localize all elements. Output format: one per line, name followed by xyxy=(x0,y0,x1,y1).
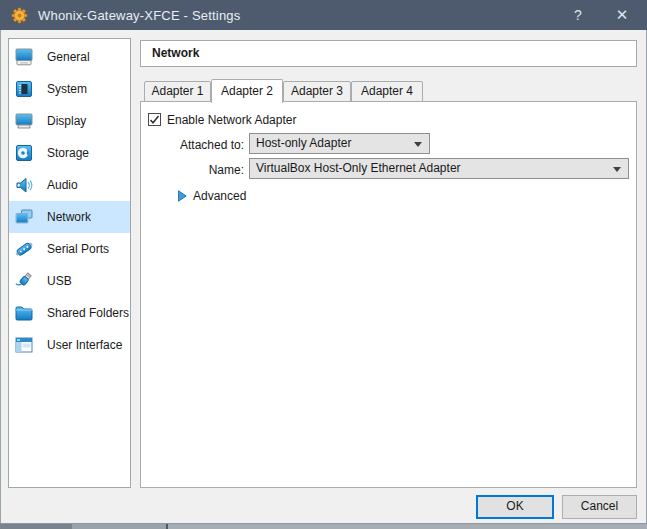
chevron-down-icon xyxy=(613,167,621,172)
sidebar-item-label: User Interface xyxy=(47,338,122,352)
attached-to-value: Host-only Adapter xyxy=(256,136,351,150)
sidebar-item-audio[interactable]: Audio xyxy=(9,169,130,201)
chevron-down-icon xyxy=(414,142,422,147)
adapter-name-value: VirtualBox Host-Only Ethernet Adapter xyxy=(256,161,461,175)
sidebar-item-label: Display xyxy=(47,114,86,128)
sidebar-item-label: Network xyxy=(47,210,91,224)
sidebar-item-label: Audio xyxy=(47,178,78,192)
usb-icon xyxy=(14,271,34,291)
network-icon xyxy=(14,207,34,227)
window-bottom-edge xyxy=(0,523,647,529)
system-icon xyxy=(14,79,34,99)
user-interface-icon xyxy=(14,335,34,355)
storage-icon xyxy=(14,143,34,163)
shared-folders-icon xyxy=(14,303,34,323)
adapter-name-dropdown[interactable]: VirtualBox Host-Only Ethernet Adapter xyxy=(249,158,629,179)
background-segment xyxy=(72,524,166,529)
title-bar[interactable]: Whonix-Gateway-XFCE - Settings ? ✕ xyxy=(0,0,647,30)
audio-icon xyxy=(14,175,34,195)
tab-adapter-4[interactable]: Adapter 4 xyxy=(351,81,423,102)
cancel-button[interactable]: Cancel xyxy=(562,495,637,519)
ok-button[interactable]: OK xyxy=(476,495,554,519)
sidebar-item-label: USB xyxy=(47,274,72,288)
page-title: Network xyxy=(140,40,637,67)
settings-category-list: General System Display Sto xyxy=(8,38,131,488)
sidebar-item-label: Storage xyxy=(47,146,89,160)
sidebar-item-shared-folders[interactable]: Shared Folders xyxy=(9,297,130,329)
background-segment xyxy=(0,524,72,529)
sidebar-item-general[interactable]: General xyxy=(9,41,130,73)
name-label: Name: xyxy=(141,163,244,177)
general-icon xyxy=(14,47,34,67)
sidebar-item-system[interactable]: System xyxy=(9,73,130,105)
attached-to-label: Attached to: xyxy=(141,138,244,152)
background-divider xyxy=(166,524,168,529)
sidebar-item-label: General xyxy=(47,50,90,64)
tab-adapter-2[interactable]: Adapter 2 xyxy=(211,79,283,103)
sidebar-item-label: System xyxy=(47,82,87,96)
tab-adapter-1[interactable]: Adapter 1 xyxy=(144,81,211,102)
sidebar-item-user-interface[interactable]: User Interface xyxy=(9,329,130,361)
expander-arrow-icon xyxy=(178,190,187,202)
tab-adapter-3[interactable]: Adapter 3 xyxy=(283,81,351,102)
attached-to-dropdown[interactable]: Host-only Adapter xyxy=(249,133,430,154)
sidebar-item-usb[interactable]: USB xyxy=(9,265,130,297)
sidebar-item-serial-ports[interactable]: Serial Ports xyxy=(9,233,130,265)
settings-gear-icon xyxy=(11,7,28,24)
window-title: Whonix-Gateway-XFCE - Settings xyxy=(38,8,241,23)
adapter-settings-panel: Enable Network Adapter Attached to: Host… xyxy=(140,101,637,488)
sidebar-item-storage[interactable]: Storage xyxy=(9,137,130,169)
help-button[interactable]: ? xyxy=(556,0,600,30)
enable-network-adapter-label: Enable Network Adapter xyxy=(167,113,296,127)
close-button[interactable]: ✕ xyxy=(597,0,647,30)
display-icon xyxy=(14,111,34,131)
sidebar-item-display[interactable]: Display xyxy=(9,105,130,137)
advanced-expander[interactable]: Advanced xyxy=(178,189,246,203)
serial-ports-icon xyxy=(14,239,34,259)
settings-dialog: Whonix-Gateway-XFCE - Settings ? ✕ Gener… xyxy=(0,0,647,529)
sidebar-item-network[interactable]: Network xyxy=(9,201,130,233)
enable-network-adapter-checkbox[interactable] xyxy=(148,113,161,126)
window-border-left xyxy=(0,30,1,523)
advanced-label: Advanced xyxy=(193,189,246,203)
checkmark-icon xyxy=(149,115,160,125)
sidebar-item-label: Serial Ports xyxy=(47,242,109,256)
sidebar-item-label: Shared Folders xyxy=(47,306,129,320)
